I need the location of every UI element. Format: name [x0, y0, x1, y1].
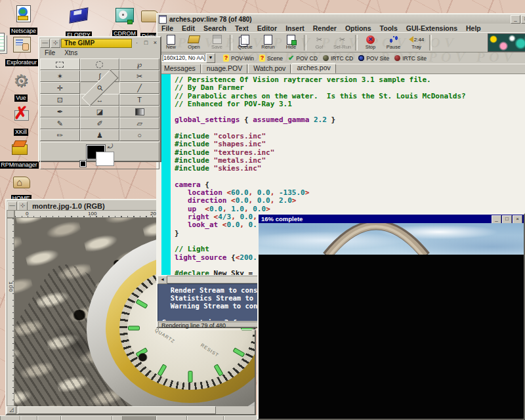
code-line: // Enhanced for POV-Ray 3.1 — [175, 100, 525, 108]
ruler-label: 100 — [8, 282, 14, 292]
render-titlebar[interactable]: 16% complete _ □ × — [259, 215, 524, 223]
scrollbar-thumb[interactable] — [18, 406, 216, 414]
editor-menu-search[interactable]: Search — [203, 24, 226, 32]
editor-menu-insert[interactable]: Insert — [285, 24, 304, 32]
link-povsite[interactable]: POV Site — [358, 55, 389, 62]
scroll-corner-icon[interactable]: ◿ — [7, 406, 16, 414]
pin-icon[interactable]: ⊹ — [51, 39, 60, 48]
tool-fuzzy-select[interactable]: ✶ — [40, 70, 80, 82]
tool-free-select[interactable]: ℘ — [119, 58, 159, 70]
montre-hscrollbar[interactable]: ◿ — [7, 406, 255, 414]
taskbar-segment[interactable] — [37, 416, 62, 420]
minimize-icon[interactable]: _ — [511, 15, 520, 24]
link-scene[interactable]: ?Scene — [259, 54, 283, 62]
tool-bucket-fill[interactable]: ◪ — [80, 106, 120, 117]
editor-menu-editor[interactable]: Editor — [257, 24, 277, 32]
editor-menu-guiextensions[interactable]: GUI-Extensions — [406, 24, 457, 32]
tool-clone[interactable]: ♟ — [80, 129, 120, 141]
editor-menu-options[interactable]: Options — [345, 24, 371, 32]
tool-text[interactable]: T — [119, 94, 159, 106]
gimp-menu-xtns[interactable]: Xtns — [64, 49, 77, 57]
link-label: IRTC Site — [402, 55, 427, 62]
tool-convolve[interactable]: ○ — [119, 129, 159, 141]
desktop-icon-vue[interactable]: ⚙Vue — [0, 72, 42, 102]
desktop-icon-xkill[interactable]: ✗XKill — [0, 106, 42, 136]
toolbar-new-button[interactable]: New — [159, 33, 182, 51]
background-swatch[interactable] — [96, 152, 114, 166]
desktop-icon-netscape[interactable]: Netscape — [3, 5, 45, 35]
new-icon — [167, 35, 175, 44]
gimp-color-area[interactable]: ⤾ — [40, 142, 159, 169]
link-label: POV-Win — [231, 55, 254, 62]
editor-menu-help[interactable]: Help — [466, 24, 481, 32]
toolbar-open-button[interactable]: Open — [182, 33, 205, 51]
hour-marker — [128, 326, 140, 331]
tool-eraser[interactable]: ▱ — [119, 117, 159, 129]
tool-transform[interactable]: ⊡ — [40, 94, 80, 106]
tab-archespov[interactable]: arches.pov — [291, 63, 335, 74]
render-resolution-combo[interactable]: [160x120, No AA] ▼ — [160, 53, 215, 63]
unrendered-area — [259, 255, 524, 419]
tool-scissors[interactable]: ✂ — [119, 70, 159, 82]
maximize-icon[interactable]: □ — [521, 15, 525, 24]
editor-menu-file[interactable]: File — [161, 24, 173, 32]
gimp-titlebar[interactable]: — ⊹ The GIMP · □ × — [39, 37, 160, 48]
toolbar-tray-button[interactable]: 2:44Tray — [405, 33, 428, 51]
toolbar-label: Open — [188, 44, 200, 50]
tool-airbrush[interactable]: ✏ — [40, 129, 80, 141]
taskbar-segment[interactable] — [60, 416, 113, 420]
editor-titlebar[interactable]: arches.pov:line 78 (of 480) _ □ — [158, 14, 525, 24]
toolbar-queue-button[interactable]: Queue — [234, 33, 257, 51]
editor-menu-tools[interactable]: Tools — [380, 24, 398, 32]
editor-menu-text[interactable]: Text — [235, 24, 249, 32]
shade-icon[interactable]: — — [7, 201, 17, 211]
link-irtccd[interactable]: IRTC CD — [323, 55, 353, 62]
pause-icon — [388, 35, 399, 44]
tab-messages[interactable]: Messages — [159, 64, 201, 74]
link-irtcsite[interactable]: IRTC Site — [394, 55, 427, 62]
editor-second-toolbar: POV POV POV POV POV POV [160x120, No AA]… — [158, 52, 525, 64]
desktop-icon-rpmmanager[interactable]: RPMmanager — [0, 139, 40, 169]
tool-paintbrush[interactable]: ✐ — [80, 117, 120, 129]
taskbar-segment[interactable] — [156, 416, 188, 420]
resolution-value: [160x120, No AA] — [160, 54, 206, 62]
tab-nuagepov[interactable]: nuage.POV — [201, 64, 247, 74]
scroll-left-icon[interactable]: ◄ — [158, 276, 167, 284]
desktop-icon-floppy[interactable]: FLOPPY — [58, 7, 100, 39]
taskbar-segment[interactable] — [223, 416, 257, 420]
tool-move[interactable]: ✛ — [40, 82, 80, 94]
toolbar-stop-button[interactable]: ✕Stop — [359, 33, 382, 51]
screw-hole — [138, 353, 148, 362]
tool-ellipse-select[interactable] — [80, 58, 120, 70]
tray-clock: 2:44 — [414, 37, 425, 43]
link-povcd[interactable]: ✔POV CD — [288, 54, 318, 62]
desktop-icon-explorateur[interactable]: Explorateur — [1, 37, 43, 67]
swap-colors-icon[interactable]: ⤾ — [108, 142, 113, 150]
tool-rect-select[interactable] — [40, 58, 80, 70]
gimp-menu-file[interactable]: File — [45, 49, 55, 57]
default-colors-icon[interactable] — [80, 161, 86, 167]
menu-dot-icon[interactable]: · — [133, 39, 141, 47]
pin-icon[interactable]: ⊹ — [18, 201, 28, 211]
tool-crop[interactable]: ╱ — [119, 82, 159, 94]
link-povwin[interactable]: ?POV-Win — [223, 54, 254, 62]
tool-pencil[interactable]: ✎ — [40, 117, 80, 129]
tool-blend[interactable] — [119, 106, 159, 117]
editor-menu-edit[interactable]: Edit — [182, 24, 195, 32]
tab-watchpov[interactable]: Watch.pov — [248, 64, 291, 74]
maximize-icon[interactable]: □ — [142, 39, 150, 47]
ruler-corner[interactable] — [7, 210, 14, 218]
toolbar-rerun-button[interactable]: Rerun — [257, 33, 280, 51]
taskbar-segment[interactable] — [186, 416, 224, 420]
editor-menu-render[interactable]: Render — [313, 24, 337, 32]
toolbar-hide-button[interactable]: Hide — [280, 33, 303, 51]
combo-arrow-icon[interactable]: ▼ — [206, 53, 215, 63]
taskbar-segment[interactable] — [0, 416, 21, 420]
tool-color-picker[interactable]: ✒ — [40, 106, 80, 117]
taskbar-segment[interactable] — [20, 416, 38, 420]
taskbar-segment[interactable] — [122, 416, 157, 420]
shade-icon[interactable]: — — [40, 39, 50, 48]
toolbar-pause-button[interactable]: Pause — [382, 33, 405, 51]
toolbar-go-button: ✂Go! — [308, 33, 331, 51]
close-icon[interactable]: × — [151, 39, 159, 47]
